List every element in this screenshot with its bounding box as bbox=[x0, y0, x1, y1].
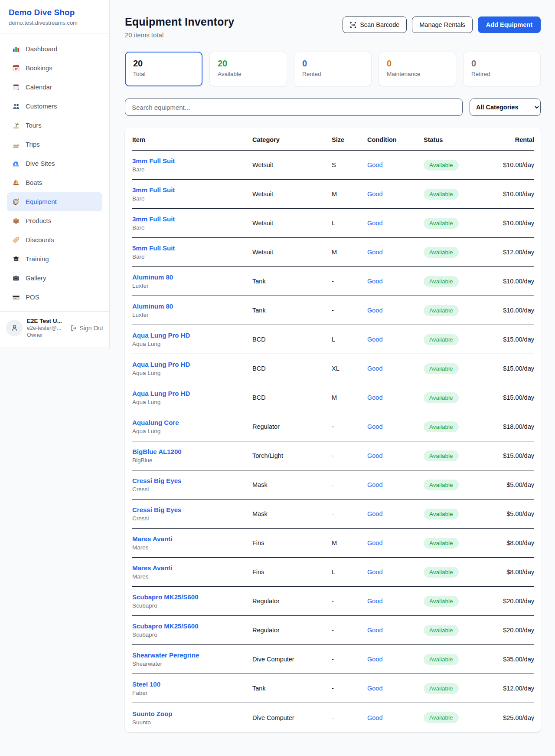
sidebar-item-boats[interactable]: Boats bbox=[7, 173, 102, 192]
search-input[interactable] bbox=[125, 99, 463, 116]
item-name-link[interactable]: Suunto Zoop bbox=[132, 710, 172, 717]
item-name-link[interactable]: Mares Avanti bbox=[132, 535, 172, 542]
item-name-link[interactable]: 3mm Full Suit bbox=[132, 186, 175, 194]
stat-card-available[interactable]: 20 Available bbox=[209, 52, 287, 86]
category-select[interactable]: All Categories bbox=[470, 99, 541, 116]
status-badge: Available bbox=[424, 596, 459, 607]
item-rental: $25.00/day bbox=[489, 714, 534, 721]
item-name-link[interactable]: Aqua Lung Pro HD bbox=[132, 332, 190, 339]
brand-block: Demo Dive Shop demo.test.divestreams.com bbox=[0, 0, 109, 33]
condition-link[interactable]: Good bbox=[367, 714, 382, 721]
stat-card-maintenance[interactable]: 0 Maintenance bbox=[379, 52, 456, 86]
item-size: - bbox=[332, 278, 367, 285]
condition-link[interactable]: Good bbox=[367, 336, 382, 343]
item-name-link[interactable]: Scubapro MK25/S600 bbox=[132, 622, 199, 630]
condition-link[interactable]: Good bbox=[367, 656, 382, 663]
barcode-scan-icon bbox=[350, 22, 356, 28]
table-row: Aqua Lung Pro HD Aqua Lung BCD XL Good A… bbox=[132, 354, 534, 383]
item-brand: Luxfer bbox=[132, 283, 252, 289]
sidebar-item-dashboard[interactable]: Dashboard bbox=[7, 39, 102, 59]
item-name-link[interactable]: Aqua Lung Pro HD bbox=[132, 390, 190, 397]
add-equipment-button[interactable]: Add Equipment bbox=[478, 16, 541, 33]
sidebar-item-customers[interactable]: Customers bbox=[7, 97, 102, 116]
item-name-link[interactable]: Aluminum 80 bbox=[132, 273, 173, 281]
item-name-link[interactable]: Aluminum 80 bbox=[132, 302, 173, 310]
item-name-link[interactable]: 3mm Full Suit bbox=[132, 215, 175, 223]
item-name-link[interactable]: Steel 100 bbox=[132, 680, 160, 688]
stat-available-label: Available bbox=[218, 71, 279, 77]
stat-card-rented[interactable]: 0 Rented bbox=[294, 52, 372, 86]
status-badge: Available bbox=[424, 421, 459, 432]
item-size: - bbox=[332, 423, 367, 430]
item-name-link[interactable]: Scubapro MK25/S600 bbox=[132, 593, 199, 601]
condition-link[interactable]: Good bbox=[367, 220, 382, 227]
avatar bbox=[6, 320, 23, 336]
item-name-link[interactable]: 3mm Full Suit bbox=[132, 157, 175, 164]
item-category: Tank bbox=[252, 307, 332, 314]
sidebar-item-calendar[interactable]: Calendar bbox=[7, 78, 102, 97]
item-size: - bbox=[332, 656, 367, 663]
item-rental: $15.00/day bbox=[489, 452, 534, 459]
condition-link[interactable]: Good bbox=[367, 249, 382, 256]
item-name-link[interactable]: BigBlue AL1200 bbox=[132, 448, 182, 455]
status-badge: Available bbox=[424, 160, 459, 171]
item-name-link[interactable]: Aqua Lung Pro HD bbox=[132, 361, 190, 368]
item-name-link[interactable]: Mares Avanti bbox=[132, 564, 172, 572]
item-rental: $15.00/day bbox=[489, 394, 534, 401]
status-badge: Available bbox=[424, 683, 459, 694]
stat-card-total[interactable]: 20 Total bbox=[125, 52, 202, 86]
products-icon bbox=[12, 217, 20, 225]
condition-link[interactable]: Good bbox=[367, 539, 382, 546]
item-size: - bbox=[332, 714, 367, 721]
manage-rentals-label: Manage Rentals bbox=[419, 21, 465, 28]
sidebar-item-pos[interactable]: POS bbox=[7, 288, 102, 307]
item-category: BCD bbox=[252, 394, 332, 401]
stat-cards: 20 Total 20 Available 0 Rented 0 Mainten… bbox=[125, 52, 541, 86]
status-badge: Available bbox=[424, 480, 459, 490]
condition-link[interactable]: Good bbox=[367, 685, 382, 692]
item-rental: $10.00/day bbox=[489, 191, 534, 197]
boats-icon bbox=[12, 179, 20, 187]
sidebar-item-discounts[interactable]: Discounts bbox=[7, 230, 102, 250]
item-name-link[interactable]: Shearwater Peregrine bbox=[132, 651, 199, 659]
condition-link[interactable]: Good bbox=[367, 481, 382, 488]
condition-link[interactable]: Good bbox=[367, 510, 382, 517]
manage-rentals-button[interactable]: Manage Rentals bbox=[412, 16, 473, 33]
item-name-link[interactable]: 5mm Full Suit bbox=[132, 244, 175, 252]
condition-link[interactable]: Good bbox=[367, 278, 382, 285]
condition-link[interactable]: Good bbox=[367, 307, 382, 314]
condition-link[interactable]: Good bbox=[367, 161, 382, 168]
item-name-link[interactable]: Cressi Big Eyes bbox=[132, 506, 181, 513]
item-brand: Shearwater bbox=[132, 661, 252, 667]
sign-out-button[interactable]: Sign Out bbox=[70, 325, 103, 332]
stat-total-value: 20 bbox=[133, 58, 194, 69]
condition-link[interactable]: Good bbox=[367, 365, 382, 372]
sidebar-item-tours[interactable]: Tours bbox=[7, 116, 102, 135]
column-size: Size bbox=[332, 136, 367, 143]
condition-link[interactable]: Good bbox=[367, 627, 382, 634]
dive-sites-icon bbox=[12, 160, 20, 168]
condition-link[interactable]: Good bbox=[367, 191, 382, 197]
item-name-link[interactable]: Aqualung Core bbox=[132, 419, 179, 426]
item-size: L bbox=[332, 569, 367, 575]
sidebar-item-dive-sites[interactable]: Dive Sites bbox=[7, 154, 102, 173]
condition-link[interactable]: Good bbox=[367, 394, 382, 401]
sidebar-item-training[interactable]: Training bbox=[7, 250, 102, 269]
sidebar-item-equipment[interactable]: Equipment bbox=[7, 192, 102, 211]
sidebar-item-bookings[interactable]: 17 Bookings bbox=[7, 59, 102, 78]
condition-link[interactable]: Good bbox=[367, 569, 382, 575]
condition-link[interactable]: Good bbox=[367, 423, 382, 430]
sidebar-item-gallery[interactable]: Gallery bbox=[7, 269, 102, 288]
item-name-link[interactable]: Cressi Big Eyes bbox=[132, 477, 181, 484]
stat-card-retired[interactable]: 0 Retired bbox=[463, 52, 541, 86]
sidebar-item-products[interactable]: Products bbox=[7, 211, 102, 230]
column-rental: Rental bbox=[489, 136, 534, 143]
item-category: BCD bbox=[252, 336, 332, 343]
user-name: E2E Test U... bbox=[27, 318, 66, 324]
scan-barcode-button[interactable]: Scan Barcode bbox=[343, 16, 407, 33]
item-rental: $10.00/day bbox=[489, 278, 534, 285]
condition-link[interactable]: Good bbox=[367, 598, 382, 605]
item-category: Wetsuit bbox=[252, 191, 332, 197]
sidebar-item-trips[interactable]: Trips bbox=[7, 135, 102, 154]
condition-link[interactable]: Good bbox=[367, 452, 382, 459]
